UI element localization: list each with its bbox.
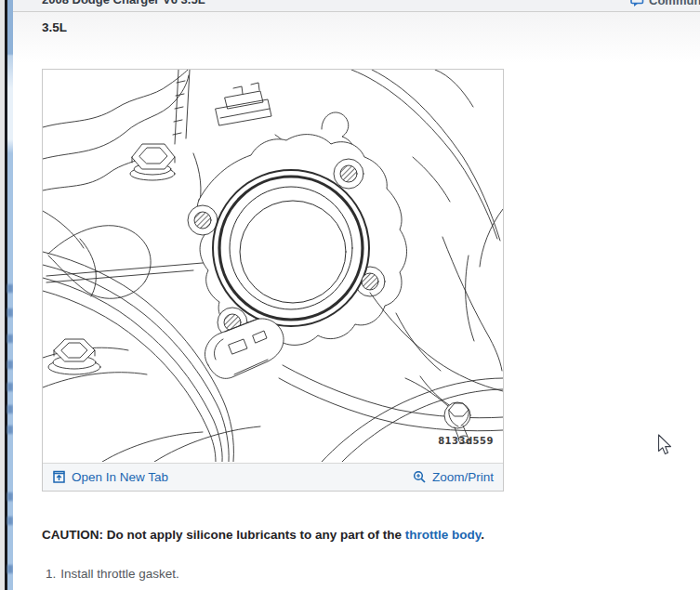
- community-label: Community: [649, 0, 700, 7]
- zoom-icon: [413, 470, 427, 484]
- step-text: Install throttle gasket.: [60, 567, 179, 581]
- engine-size-heading: 3.5L: [42, 20, 67, 34]
- zoom-print-label: Zoom/Print: [432, 470, 494, 484]
- caution-bold-text: CAUTION: Do not apply silicone lubricant…: [42, 528, 405, 542]
- figure-panel: 8133d559 Open In New Tab: [42, 69, 504, 492]
- open-in-new-tab-label: Open In New Tab: [72, 470, 168, 484]
- zoom-print-link[interactable]: Zoom/Print: [413, 470, 494, 484]
- step-item: 1.Install throttle gasket.: [46, 567, 179, 581]
- throttle-body-link[interactable]: throttle body: [405, 528, 482, 542]
- figure-code: 8133d559: [438, 436, 494, 446]
- page-header: 2008 Dodge Charger V6 3.5L Community: [13, 0, 700, 12]
- community-button[interactable]: Community: [630, 0, 700, 7]
- article-content: 3.5L: [13, 12, 700, 590]
- comment-icon: [630, 0, 644, 7]
- step-number: 1.: [46, 567, 56, 581]
- caution-text: CAUTION: Do not apply silicone lubricant…: [42, 528, 683, 542]
- left-edge-strip: [0, 0, 13, 590]
- open-in-new-tab-icon: [52, 470, 66, 484]
- open-in-new-tab-link[interactable]: Open In New Tab: [52, 470, 168, 484]
- caution-period: .: [481, 528, 484, 542]
- throttle-body-diagram: 8133d559: [43, 70, 503, 462]
- figure-toolbar: Open In New Tab Zoom/Print: [43, 463, 503, 491]
- vehicle-title: 2008 Dodge Charger V6 3.5L: [42, 0, 205, 7]
